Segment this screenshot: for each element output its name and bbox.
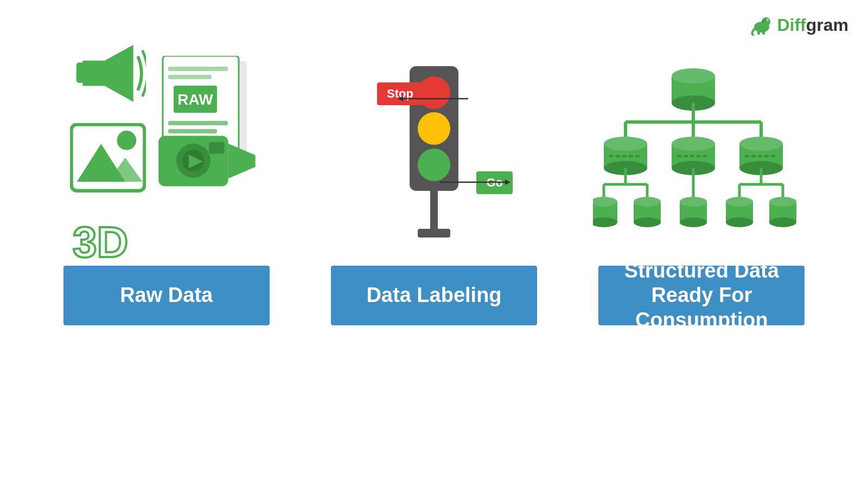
structured-data-label: Structured Data Ready For Consumption bbox=[598, 259, 805, 333]
database-tree-icon bbox=[593, 60, 810, 244]
traffic-light-yellow bbox=[418, 112, 450, 145]
main-content: RAW bbox=[0, 0, 868, 325]
logo: Diffgram bbox=[750, 13, 848, 37]
svg-point-77 bbox=[769, 197, 796, 207]
column-structured-data: Structured Data Ready For Consumption bbox=[582, 54, 821, 325]
svg-text:3D: 3D bbox=[73, 218, 128, 265]
megaphone-icon bbox=[70, 38, 146, 110]
image-icon bbox=[70, 123, 146, 194]
column-raw-data: RAW bbox=[47, 54, 286, 325]
column-data-labeling: Stop Go bbox=[315, 54, 553, 325]
svg-point-78 bbox=[769, 217, 796, 227]
svg-text:RAW: RAW bbox=[177, 91, 213, 108]
svg-marker-34 bbox=[505, 179, 510, 185]
diffgram-dino-icon bbox=[750, 13, 774, 37]
svg-point-74 bbox=[726, 197, 753, 207]
traffic-section: Stop Go bbox=[320, 54, 548, 249]
3d-text-icon: 3D bbox=[70, 211, 146, 267]
database-tree-area bbox=[582, 54, 821, 249]
svg-point-3 bbox=[768, 20, 769, 21]
svg-marker-32 bbox=[398, 96, 403, 101]
svg-point-23 bbox=[117, 131, 136, 150]
svg-point-69 bbox=[634, 217, 661, 227]
svg-point-47 bbox=[672, 137, 715, 151]
svg-rect-19 bbox=[168, 75, 212, 79]
raw-data-label-box: Raw Data bbox=[63, 266, 270, 325]
svg-point-44 bbox=[604, 137, 647, 151]
traffic-light-area: Stop Go bbox=[315, 54, 553, 249]
svg-point-36 bbox=[672, 68, 715, 84]
svg-point-68 bbox=[634, 197, 661, 207]
svg-point-71 bbox=[680, 197, 707, 207]
go-arrow-icon bbox=[440, 177, 516, 188]
raw-data-icons: RAW bbox=[47, 54, 286, 249]
traffic-base bbox=[418, 229, 450, 237]
logo-text: Diffgram bbox=[777, 15, 848, 35]
svg-point-72 bbox=[680, 217, 707, 227]
svg-rect-5 bbox=[762, 31, 765, 35]
structured-data-label-box: Structured Data Ready For Consumption bbox=[598, 266, 805, 325]
svg-rect-4 bbox=[757, 31, 760, 35]
svg-rect-28 bbox=[209, 142, 225, 153]
data-labeling-label: Data Labeling bbox=[366, 283, 501, 308]
traffic-light-wrapper: Stop Go bbox=[410, 66, 458, 237]
svg-rect-9 bbox=[76, 62, 85, 82]
svg-marker-30 bbox=[228, 143, 255, 178]
traffic-pole bbox=[430, 191, 438, 229]
video-camera-icon bbox=[155, 120, 263, 198]
svg-rect-18 bbox=[168, 67, 228, 71]
raw-data-label: Raw Data bbox=[120, 283, 213, 308]
svg-point-75 bbox=[726, 217, 753, 227]
traffic-light-green bbox=[418, 149, 450, 181]
svg-marker-8 bbox=[82, 44, 133, 101]
svg-point-50 bbox=[739, 137, 783, 151]
stop-arrow-icon bbox=[398, 93, 484, 104]
data-labeling-label-box: Data Labeling bbox=[331, 266, 537, 325]
